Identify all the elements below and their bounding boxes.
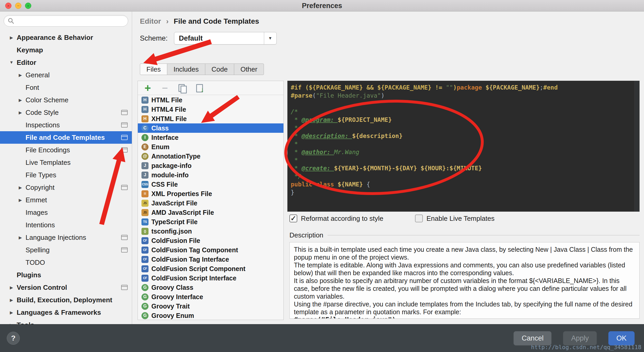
close-button[interactable]: × bbox=[5, 3, 11, 9]
chevron-right-icon[interactable]: ▶ bbox=[16, 110, 25, 115]
chevron-down-icon[interactable]: ▼ bbox=[264, 32, 276, 44]
template-item-interface[interactable]: IInterface bbox=[138, 133, 283, 142]
scheme-value: Default bbox=[174, 34, 264, 42]
add-icon[interactable] bbox=[143, 83, 152, 93]
sidebar-item-inspections[interactable]: Inspections bbox=[0, 119, 132, 131]
chevron-right-icon[interactable]: ▶ bbox=[7, 298, 16, 303]
chevron-right-icon[interactable]: ▶ bbox=[16, 98, 25, 103]
sidebar-item-languages-frameworks[interactable]: ▶Languages & Frameworks bbox=[0, 306, 132, 319]
sidebar-item-copyright[interactable]: ▶Copyright bbox=[0, 181, 132, 194]
template-item-package-info[interactable]: Jpackage-info bbox=[138, 161, 283, 170]
template-item-groovy-enum[interactable]: GGroovy Enum bbox=[138, 311, 283, 320]
sidebar-item-editor[interactable]: ▼Editor bbox=[0, 56, 132, 69]
sidebar-item-keymap[interactable]: Keymap bbox=[0, 44, 132, 56]
live-templates-option[interactable]: Enable Live Templates bbox=[415, 215, 494, 223]
sidebar-item-file-and-code-templates[interactable]: File and Code Templates bbox=[0, 131, 132, 144]
template-item-tsconfig-json[interactable]: {}tsconfig.json bbox=[138, 227, 283, 236]
file-type-icon: G bbox=[141, 312, 148, 319]
template-item-label: XHTML File bbox=[151, 115, 187, 123]
tab-includes[interactable]: Includes bbox=[167, 64, 205, 75]
template-item-groovy-class[interactable]: GGroovy Class bbox=[138, 283, 283, 292]
file-type-icon: C bbox=[141, 125, 148, 132]
sidebar-item-label: Intentions bbox=[26, 221, 55, 229]
chevron-right-icon[interactable]: ▶ bbox=[7, 285, 16, 290]
sidebar-item-build-execution-deployment[interactable]: ▶Build, Execution, Deployment bbox=[0, 294, 132, 306]
chevron-right-icon[interactable]: ▶ bbox=[16, 198, 25, 203]
chevron-right-icon[interactable]: ▶ bbox=[7, 35, 16, 40]
template-item-amd-javascript-file[interactable]: JSAMD JavaScript File bbox=[138, 208, 283, 217]
template-item-typescript-file[interactable]: TSTypeScript File bbox=[138, 217, 283, 227]
template-item-coldfusion-tag-interface[interactable]: CFColdFusion Tag Interface bbox=[138, 255, 283, 264]
sidebar-item-font[interactable]: Font bbox=[0, 81, 132, 94]
file-type-icon: G bbox=[141, 293, 148, 300]
search-box[interactable] bbox=[4, 15, 128, 27]
chevron-down-icon[interactable]: ▼ bbox=[7, 60, 16, 65]
tab-other[interactable]: Other bbox=[234, 64, 264, 75]
sidebar-item-emmet[interactable]: ▶Emmet bbox=[0, 194, 132, 206]
sidebar-item-file-types[interactable]: File Types bbox=[0, 169, 132, 181]
live-templates-checkbox[interactable] bbox=[415, 215, 423, 222]
sidebar-item-label: Version Control bbox=[17, 284, 67, 292]
template-item-coldfusion-script-component[interactable]: CFColdFusion Script Component bbox=[138, 264, 283, 273]
template-item-label: module-info bbox=[151, 171, 189, 179]
template-item-enum[interactable]: EEnum bbox=[138, 142, 283, 152]
chevron-right-icon[interactable]: ▶ bbox=[7, 310, 16, 315]
template-item-xhtml-file[interactable]: HXHTML File bbox=[138, 114, 283, 123]
sidebar-item-plugins[interactable]: Plugins bbox=[0, 269, 132, 281]
breadcrumb-separator: › bbox=[166, 17, 169, 25]
reformat-option[interactable]: Reformat according to style bbox=[289, 215, 383, 223]
file-type-icon: CF bbox=[141, 247, 148, 254]
copy-icon[interactable] bbox=[177, 83, 187, 93]
reformat-checkbox[interactable] bbox=[289, 215, 297, 222]
sidebar-item-color-scheme[interactable]: ▶Color Scheme bbox=[0, 94, 132, 106]
help-button[interactable]: ? bbox=[7, 332, 20, 345]
sidebar-item-images[interactable]: Images bbox=[0, 206, 132, 219]
template-item-coldfusion-tag-component[interactable]: CFColdFusion Tag Component bbox=[138, 245, 283, 255]
sidebar-item-label: Color Scheme bbox=[26, 96, 69, 104]
search-input[interactable] bbox=[16, 17, 124, 24]
chevron-right-icon[interactable]: ▶ bbox=[16, 235, 25, 240]
chevron-right-icon[interactable]: ▶ bbox=[16, 185, 25, 190]
template-item-coldfusion-script-interface[interactable]: CFColdFusion Script Interface bbox=[138, 273, 283, 283]
sidebar-item-appearance-behavior[interactable]: ▶Appearance & Behavior bbox=[0, 31, 132, 44]
sidebar-item-version-control[interactable]: ▶Version Control bbox=[0, 281, 132, 294]
template-item-class[interactable]: CClass bbox=[138, 123, 283, 133]
sidebar-item-label: Emmet bbox=[26, 196, 47, 204]
cancel-button[interactable]: Cancel bbox=[513, 331, 552, 345]
template-item-xml-properties-file[interactable]: ≡XML Properties File bbox=[138, 189, 283, 198]
sidebar-item-live-templates[interactable]: Live Templates bbox=[0, 156, 132, 169]
template-item-html4-file[interactable]: HHTML4 File bbox=[138, 105, 283, 114]
template-item-label: TypeScript File bbox=[151, 218, 197, 226]
remove-icon[interactable] bbox=[160, 83, 170, 93]
sidebar-item-tools[interactable]: ▶Tools bbox=[0, 319, 132, 324]
scheme-select[interactable]: Default ▼ bbox=[174, 32, 277, 45]
chevron-right-icon[interactable]: ▶ bbox=[16, 73, 25, 78]
sidebar-item-todo[interactable]: TODO bbox=[0, 256, 132, 269]
sidebar-item-label: Spelling bbox=[26, 246, 50, 254]
zoom-button[interactable]: + bbox=[25, 3, 31, 9]
template-item-annotationtype[interactable]: @AnnotationType bbox=[138, 152, 283, 161]
template-item-groovy-interface[interactable]: GGroovy Interface bbox=[138, 292, 283, 301]
sidebar-item-language-injections[interactable]: ▶Language Injections bbox=[0, 231, 132, 244]
template-item-html-file[interactable]: HHTML File bbox=[138, 95, 283, 105]
import-icon[interactable] bbox=[195, 83, 204, 93]
apply-button[interactable]: Apply bbox=[563, 331, 597, 345]
sidebar-item-intentions[interactable]: Intentions bbox=[0, 219, 132, 231]
minimize-button[interactable]: − bbox=[15, 3, 21, 9]
sidebar-item-code-style[interactable]: ▶Code Style bbox=[0, 106, 132, 119]
watermark: http://blog.csdn.net/qq_34581118 bbox=[531, 344, 641, 350]
template-item-javascript-file[interactable]: JSJavaScript File bbox=[138, 198, 283, 208]
sidebar-item-spelling[interactable]: Spelling bbox=[0, 244, 132, 256]
tab-files[interactable]: Files bbox=[140, 64, 167, 75]
template-item-groovy-trait[interactable]: GGroovy Trait bbox=[138, 301, 283, 311]
template-item-module-info[interactable]: Jmodule-info bbox=[138, 170, 283, 180]
tab-code[interactable]: Code bbox=[205, 64, 234, 75]
sidebar-item-general[interactable]: ▶General bbox=[0, 69, 132, 81]
settings-tree: ▶Appearance & BehaviorKeymap▼Editor▶Gene… bbox=[0, 31, 132, 324]
settings-sidebar: ▶Appearance & BehaviorKeymap▼Editor▶Gene… bbox=[0, 11, 132, 324]
template-editor[interactable]: #if (${PACKAGE_NAME} && ${PACKAGE_NAME} … bbox=[287, 81, 640, 212]
sidebar-item-file-encodings[interactable]: File Encodings bbox=[0, 144, 132, 156]
template-item-css-file[interactable]: CSSCSS File bbox=[138, 180, 283, 189]
template-item-coldfusion-file[interactable]: CFColdFusion File bbox=[138, 236, 283, 245]
ok-button[interactable]: OK bbox=[608, 331, 635, 345]
